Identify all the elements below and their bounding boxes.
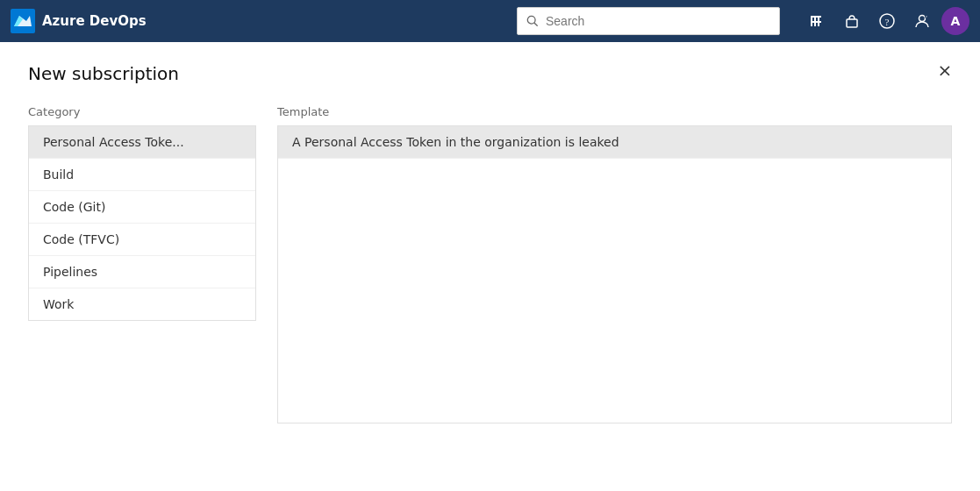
search-input[interactable] <box>546 14 770 28</box>
svg-point-11 <box>919 16 926 22</box>
search-icon <box>526 15 539 27</box>
template-column: Template A Personal Access Token in the … <box>277 105 952 423</box>
svg-rect-7 <box>811 21 821 23</box>
category-item-pipelines[interactable]: Pipelines <box>29 256 255 288</box>
marketplace-icon[interactable] <box>836 5 868 37</box>
brand-name: Azure DevOps <box>42 13 147 29</box>
category-label: Category <box>28 105 256 118</box>
columns-container: Category Personal Access Toke... Build C… <box>28 105 952 423</box>
topbar-icons: ? A <box>801 5 969 37</box>
user-settings-icon[interactable] <box>906 5 938 37</box>
topbar: Azure DevOps ? <box>0 0 980 42</box>
category-item-code-git[interactable]: Code (Git) <box>29 191 255 224</box>
category-item-code-tfvc[interactable]: Code (TFVC) <box>29 224 255 256</box>
template-list: A Personal Access Token in the organizat… <box>277 125 952 423</box>
azure-devops-logo-icon <box>11 9 35 33</box>
modal-title: New subscription <box>28 63 952 84</box>
category-list: Personal Access Toke... Build Code (Git)… <box>28 125 256 321</box>
svg-point-12 <box>925 15 928 18</box>
search-box[interactable] <box>517 7 780 35</box>
content-area: New subscription × Category Personal Acc… <box>0 42 980 491</box>
template-item-pat-leaked[interactable]: A Personal Access Token in the organizat… <box>278 126 951 159</box>
svg-rect-8 <box>847 19 857 27</box>
svg-line-2 <box>534 23 537 25</box>
close-button[interactable]: × <box>931 56 959 84</box>
svg-rect-6 <box>811 16 821 18</box>
help-icon[interactable]: ? <box>871 5 903 37</box>
category-item-pat[interactable]: Personal Access Toke... <box>29 126 255 159</box>
category-column: Category Personal Access Toke... Build C… <box>28 105 256 423</box>
notifications-icon[interactable] <box>801 5 833 37</box>
category-item-build[interactable]: Build <box>29 159 255 191</box>
category-item-work[interactable]: Work <box>29 288 255 320</box>
svg-text:?: ? <box>885 17 890 27</box>
avatar[interactable]: A <box>941 7 969 35</box>
template-label: Template <box>277 105 952 118</box>
brand-logo[interactable]: Azure DevOps <box>11 9 147 33</box>
